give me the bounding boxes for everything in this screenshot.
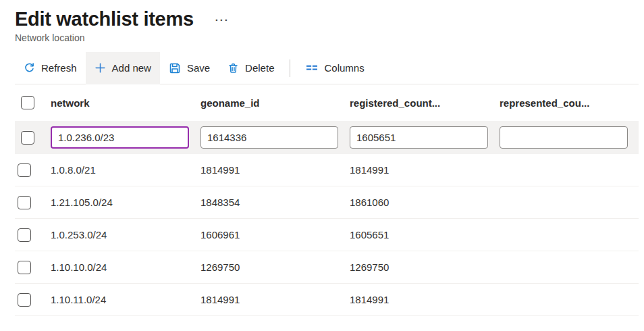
cell-geoname-id: 1606961 bbox=[200, 229, 349, 240]
registered-country-input[interactable] bbox=[350, 126, 488, 149]
cell-network: 1.0.253.0/24 bbox=[50, 229, 200, 240]
watchlist-name-subtitle: Network location bbox=[15, 32, 639, 43]
command-bar: Refresh Add new Save bbox=[15, 52, 639, 84]
row-checkbox[interactable] bbox=[21, 131, 34, 145]
save-icon bbox=[169, 62, 181, 74]
table-row: 1.10.11.0/24 1814991 1814991 bbox=[15, 284, 639, 316]
cell-network: 1.0.8.0/21 bbox=[50, 164, 200, 176]
column-header-registered-country: registered_count... bbox=[349, 97, 499, 109]
refresh-label: Refresh bbox=[41, 62, 77, 74]
table-row: 1.0.253.0/24 1606961 1605651 bbox=[15, 219, 639, 251]
row-checkbox[interactable] bbox=[18, 228, 31, 242]
cell-geoname-id: 1814991 bbox=[200, 164, 349, 176]
edit-watchlist-page: Edit watchlist items ··· Network locatio… bbox=[0, 0, 644, 316]
table-header-row: network geoname_id registered_count... r… bbox=[15, 84, 639, 121]
page-header: Edit watchlist items ··· bbox=[15, 0, 639, 30]
column-header-network: network bbox=[50, 97, 200, 109]
geoname-id-input[interactable] bbox=[200, 126, 338, 149]
select-all-checkbox[interactable] bbox=[21, 96, 34, 109]
save-button[interactable]: Save bbox=[160, 52, 219, 84]
table-row: 1.21.105.0/24 1848354 1861060 bbox=[15, 186, 639, 219]
cell-registered-country: 1605651 bbox=[349, 229, 499, 240]
more-options-button[interactable]: ··· bbox=[215, 15, 230, 25]
row-checkbox[interactable] bbox=[18, 293, 31, 307]
network-input[interactable] bbox=[51, 126, 189, 149]
row-checkbox[interactable] bbox=[18, 261, 31, 274]
column-header-represented-country: represented_cou... bbox=[499, 97, 639, 109]
cell-geoname-id: 1848354 bbox=[200, 197, 349, 208]
trash-icon bbox=[227, 62, 239, 74]
cell-geoname-id: 1814991 bbox=[200, 294, 349, 305]
column-header-geoname-id: geoname_id bbox=[200, 97, 349, 109]
table-body: 1.0.8.0/21 1814991 1814991 1.21.105.0/24… bbox=[15, 154, 639, 316]
watchlist-items-table: network geoname_id registered_count... r… bbox=[15, 84, 639, 316]
refresh-icon bbox=[24, 62, 35, 74]
add-new-button[interactable]: Add new bbox=[86, 52, 160, 84]
columns-button[interactable]: Columns bbox=[297, 52, 373, 84]
represented-country-input[interactable] bbox=[500, 126, 628, 149]
cell-network: 1.10.10.0/24 bbox=[50, 261, 200, 273]
cell-network: 1.21.105.0/24 bbox=[50, 197, 200, 208]
save-label: Save bbox=[187, 62, 210, 74]
table-row: 1.10.10.0/24 1269750 1269750 bbox=[15, 251, 639, 284]
ellipsis-icon: ··· bbox=[215, 14, 230, 26]
delete-label: Delete bbox=[245, 62, 274, 74]
cell-registered-country: 1814991 bbox=[349, 294, 499, 305]
page-title: Edit watchlist items bbox=[15, 8, 194, 30]
table-row: 1.0.8.0/21 1814991 1814991 bbox=[15, 154, 639, 186]
toolbar-separator bbox=[290, 59, 290, 77]
add-new-label: Add new bbox=[112, 62, 151, 74]
cell-geoname-id: 1269750 bbox=[200, 261, 349, 273]
delete-button[interactable]: Delete bbox=[219, 52, 283, 84]
row-checkbox[interactable] bbox=[18, 163, 31, 177]
refresh-button[interactable]: Refresh bbox=[15, 52, 86, 84]
cell-registered-country: 1861060 bbox=[349, 197, 499, 208]
cell-registered-country: 1814991 bbox=[349, 164, 499, 176]
cell-network: 1.10.11.0/24 bbox=[50, 294, 200, 305]
edit-row bbox=[15, 121, 639, 154]
row-checkbox[interactable] bbox=[18, 196, 31, 209]
cell-registered-country: 1269750 bbox=[349, 261, 499, 273]
columns-icon bbox=[306, 63, 318, 74]
plus-icon bbox=[95, 62, 106, 74]
columns-label: Columns bbox=[324, 62, 364, 74]
